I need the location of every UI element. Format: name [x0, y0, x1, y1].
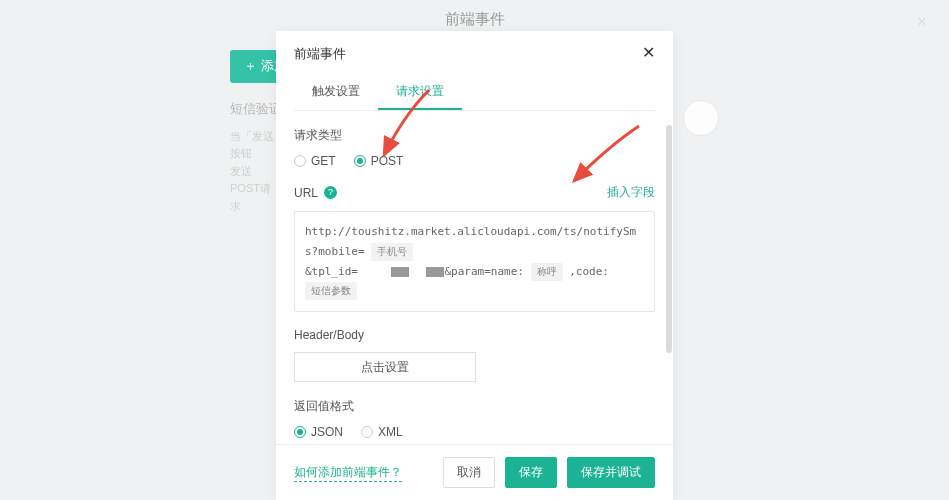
section-header-body: Header/Body 点击设置: [294, 328, 655, 382]
section-url: URL ? 插入字段 http://toushitz.market.aliclo…: [294, 184, 655, 312]
radio-post[interactable]: POST: [354, 154, 404, 168]
scrollbar[interactable]: [666, 125, 672, 353]
save-button[interactable]: 保存: [505, 457, 557, 488]
field-chip-name[interactable]: 称呼: [531, 263, 563, 281]
plus-icon: ＋: [244, 56, 257, 77]
masked-value-1: [391, 267, 409, 277]
masked-value-2: [426, 267, 444, 277]
url-input[interactable]: http://toushitz.market.alicloudapi.com/t…: [294, 211, 655, 312]
bg-desc-1: 当「发送按钮: [230, 128, 274, 163]
field-chip-mobile[interactable]: 手机号: [371, 243, 413, 261]
radio-json[interactable]: JSON: [294, 425, 343, 439]
radio-post-label: POST: [371, 154, 404, 168]
save-debug-button[interactable]: 保存并调试: [567, 457, 655, 488]
radio-xml-label: XML: [378, 425, 403, 439]
page-close-icon[interactable]: ×: [917, 13, 927, 30]
section-return-format: 返回值格式 JSON XML: [294, 398, 655, 439]
request-type-label: 请求类型: [294, 127, 655, 144]
dialog-footer: 如何添加前端事件？ 取消 保存 保存并调试: [276, 444, 673, 500]
cancel-button[interactable]: 取消: [443, 457, 495, 488]
radio-get[interactable]: GET: [294, 154, 336, 168]
header-body-label: Header/Body: [294, 328, 655, 342]
tab-trigger[interactable]: 触发设置: [294, 75, 378, 110]
insert-field-link[interactable]: 插入字段: [607, 184, 655, 201]
help-icon[interactable]: ?: [324, 186, 337, 199]
radio-get-label: GET: [311, 154, 336, 168]
url-label: URL: [294, 186, 318, 200]
radio-json-label: JSON: [311, 425, 343, 439]
return-format-label: 返回值格式: [294, 398, 655, 415]
dialog: 前端事件 ✕ 触发设置 请求设置 请求类型 GET POST URL ? 插入字…: [276, 31, 673, 500]
bg-avatar-circle: [683, 100, 719, 136]
return-format-radios: JSON XML: [294, 425, 655, 439]
help-link[interactable]: 如何添加前端事件？: [294, 464, 402, 482]
field-chip-code[interactable]: 短信参数: [305, 282, 357, 300]
url-text-3: &param=name:: [444, 265, 523, 278]
url-text-2: &tpl_id=: [305, 265, 358, 278]
url-text-4: ,code:: [569, 265, 609, 278]
url-header: URL ? 插入字段: [294, 184, 655, 201]
url-text-1: http://toushitz.market.alicloudapi.com/t…: [305, 225, 636, 258]
request-type-radios: GET POST: [294, 154, 655, 168]
section-request-type: 请求类型 GET POST: [294, 127, 655, 168]
header-body-button[interactable]: 点击设置: [294, 352, 476, 382]
dialog-title: 前端事件: [294, 45, 346, 63]
close-icon[interactable]: ✕: [642, 45, 655, 61]
bg-desc-2: 发送POST请求: [230, 163, 274, 216]
radio-xml[interactable]: XML: [361, 425, 403, 439]
footer-buttons: 取消 保存 保存并调试: [443, 457, 655, 488]
tab-request[interactable]: 请求设置: [378, 75, 462, 110]
dialog-tabs: 触发设置 请求设置: [294, 75, 655, 111]
dialog-header: 前端事件 ✕: [276, 31, 673, 63]
dialog-body: 请求类型 GET POST URL ? 插入字段 http://toushitz…: [276, 111, 673, 444]
